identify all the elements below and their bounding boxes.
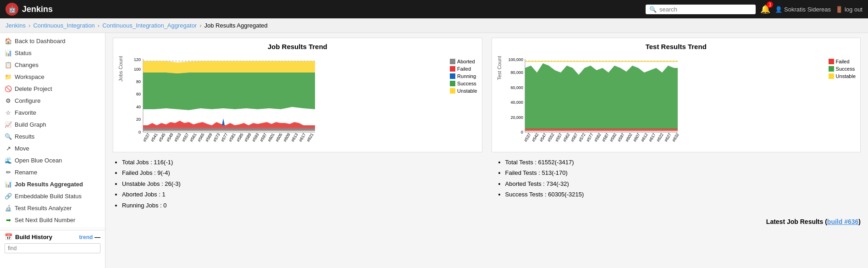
sidebar-item-next-build[interactable]: ➡ Set Next Build Number	[0, 214, 105, 226]
sidebar-item-job-results[interactable]: 📊 Job Results Aggregated	[0, 178, 105, 190]
svg-text:#587: #587	[601, 132, 610, 142]
sidebar-label-next-build: Set Next Build Number	[15, 217, 75, 223]
rename-icon: ✏	[5, 168, 12, 176]
breadcrumb-ci[interactable]: Continuous_Integration	[33, 22, 94, 29]
test-stats-panel: Total Tests : 61552(-3417) Failed Tests …	[496, 157, 861, 211]
job-stats-panel: Total Jobs : 116(-1) Failed Jobs : 9(-4)…	[113, 157, 478, 211]
build-history-label: Build History	[15, 234, 52, 240]
legend-unstable-color	[450, 88, 455, 94]
workspace-icon: 📁	[5, 73, 12, 80]
trend-link[interactable]: trend	[79, 234, 93, 240]
content-area: Job Results Trend Jobs Count 0 20	[105, 33, 868, 268]
user-icon: 👤	[775, 6, 782, 13]
main-layout: 🏠 Back to Dashboard 📊 Status 📋 Changes 📁…	[0, 33, 868, 268]
sidebar-item-move[interactable]: ↗ Move	[0, 142, 105, 154]
sidebar-item-dashboard[interactable]: 🏠 Back to Dashboard	[0, 35, 105, 47]
header: 🤖 Jenkins 🔍 ? 🔔 3 👤 Sokratis Sidereas 🚪 …	[0, 0, 868, 18]
svg-text:#617: #617	[648, 132, 657, 142]
test-stat-failed: Failed Tests : 513(-170)	[505, 168, 861, 178]
latest-job-suffix: )	[858, 218, 861, 225]
sidebar-item-workspace[interactable]: 📁 Workspace	[0, 71, 105, 83]
sidebar-item-status[interactable]: 📊 Status	[0, 47, 105, 59]
sidebar-item-rename[interactable]: ✏ Rename	[0, 166, 105, 178]
test-legend-failed-color	[829, 59, 834, 64]
test-stat-total: Total Tests : 61552(-3417)	[505, 157, 861, 168]
next-build-icon: ➡	[5, 216, 12, 223]
test-chart-svg: 0 20,000 40,000 60,000 80,000 100,000	[506, 54, 680, 146]
breadcrumb-sep-2: ›	[98, 22, 100, 29]
svg-text:#557: #557	[554, 132, 563, 142]
sidebar-label-dashboard: Back to Dashboard	[15, 38, 66, 45]
svg-marker-14	[222, 118, 225, 125]
svg-text:#592: #592	[609, 132, 618, 142]
sidebar-item-build-graph[interactable]: 📈 Build Graph	[0, 118, 105, 130]
legend-running-label: Running	[457, 73, 476, 79]
job-stat-total: Total Jobs : 116(-1)	[122, 157, 478, 168]
legend-running-color	[450, 73, 455, 79]
svg-text:60: 60	[136, 92, 141, 96]
svg-text:#553: #553	[173, 132, 182, 142]
sidebar-item-build-status[interactable]: 🔗 Embeddable Build Status	[0, 190, 105, 202]
sidebar-item-configure[interactable]: ⚙ Configure	[0, 95, 105, 106]
charts-row: Job Results Trend Jobs Count 0 20	[113, 38, 861, 152]
sidebar-label-status: Status	[15, 50, 32, 56]
sidebar-label-build-status: Embeddable Build Status	[15, 193, 82, 200]
legend-unstable-label: Unstable	[457, 88, 477, 94]
svg-text:#612: #612	[640, 132, 649, 142]
notification-bell[interactable]: 🔔 3	[760, 4, 770, 14]
legend-unstable: Unstable	[450, 88, 477, 94]
find-input[interactable]	[5, 243, 100, 253]
search-input[interactable]	[659, 6, 746, 13]
svg-marker-47	[525, 63, 678, 130]
breadcrumb-sep-3: ›	[199, 22, 201, 29]
breadcrumb-sep-1: ›	[28, 22, 30, 29]
sidebar-item-changes[interactable]: 📋 Changes	[0, 59, 105, 71]
stats-row: Total Jobs : 116(-1) Failed Jobs : 9(-4)…	[113, 157, 861, 211]
search-box[interactable]: 🔍 ?	[646, 5, 756, 14]
sidebar-item-favorite[interactable]: ☆ Favorite	[0, 106, 105, 118]
search-icon: 🔍	[649, 6, 657, 13]
configure-icon: ⚙	[5, 97, 12, 104]
app-logo[interactable]: 🤖 Jenkins	[6, 3, 53, 16]
svg-text:20,000: 20,000	[510, 115, 523, 120]
breadcrumb: Jenkins › Continuous_Integration › Conti…	[0, 18, 868, 33]
job-chart-title: Job Results Trend	[118, 43, 477, 50]
svg-text:#602: #602	[625, 132, 633, 142]
svg-text:#593: #593	[251, 132, 260, 142]
trend-sep: —	[94, 234, 100, 240]
status-icon: 📊	[5, 49, 12, 56]
changes-icon: 📋	[5, 61, 12, 68]
svg-text:#607: #607	[632, 132, 641, 142]
svg-text:#597: #597	[259, 132, 268, 142]
latest-job-label: Latest Job Results (	[766, 218, 827, 225]
logout-button[interactable]: 🚪 log out	[835, 6, 862, 13]
svg-text:80: 80	[136, 79, 141, 84]
latest-build-link[interactable]: build #636	[827, 218, 858, 225]
svg-text:#562: #562	[562, 132, 571, 142]
sidebar-item-delete[interactable]: 🚫 Delete Project	[0, 83, 105, 95]
svg-text:#572: #572	[578, 132, 586, 142]
job-chart-area: Jobs Count 0 20 40 60	[118, 54, 477, 147]
help-icon[interactable]: ?	[749, 6, 752, 13]
svg-text:#537: #537	[142, 132, 151, 142]
jenkins-icon: 🤖	[6, 3, 18, 16]
test-stats-list: Total Tests : 61552(-3417) Failed Tests …	[496, 157, 861, 200]
breadcrumb-aggregator[interactable]: Continuous_Integration_Aggregator	[102, 22, 197, 29]
svg-marker-10	[143, 61, 315, 73]
sidebar-label-configure: Configure	[15, 97, 40, 104]
test-legend-failed-label: Failed	[836, 59, 850, 64]
sidebar-item-blue-ocean[interactable]: 🌊 Open Blue Ocean	[0, 154, 105, 166]
app-name: Jenkins	[22, 5, 53, 14]
svg-text:60,000: 60,000	[510, 85, 523, 90]
svg-text:100: 100	[134, 67, 141, 72]
sidebar-item-test-analyzer[interactable]: 🔬 Test Results Analyzer	[0, 202, 105, 214]
svg-text:#589: #589	[243, 132, 252, 142]
svg-text:0: 0	[138, 130, 141, 134]
sidebar-label-changes: Changes	[15, 61, 39, 68]
sidebar-label-build-graph: Build Graph	[15, 121, 46, 128]
favorite-icon: ☆	[5, 109, 12, 116]
sidebar-item-results[interactable]: 🔍 Results	[0, 130, 105, 142]
breadcrumb-jenkins[interactable]: Jenkins	[6, 22, 26, 29]
test-chart-title: Test Results Trend	[497, 43, 856, 50]
svg-text:#621: #621	[306, 132, 315, 142]
